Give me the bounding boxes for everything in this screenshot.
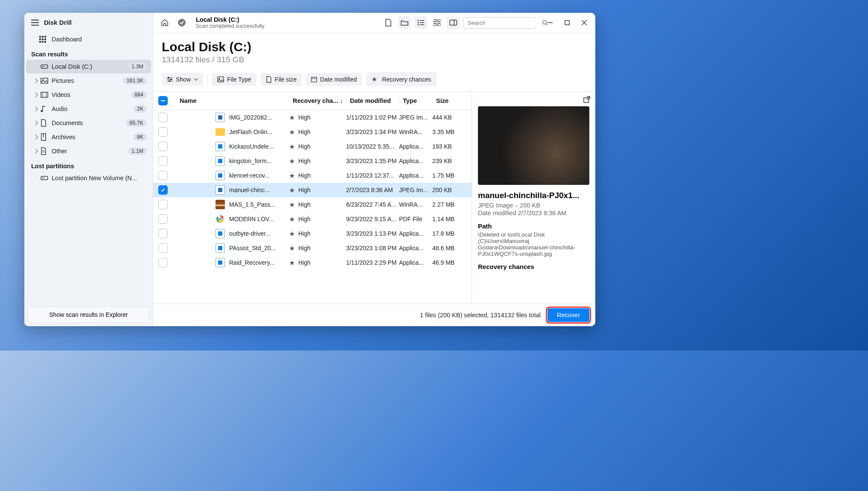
table-row[interactable]: Raid_Recovery... ★High 1/11/2023 2:29 PM… <box>153 255 472 270</box>
expand-icon[interactable] <box>34 78 38 83</box>
home-icon[interactable] <box>158 16 171 29</box>
file-name: Raid_Recovery... <box>229 259 274 266</box>
column-name[interactable]: Name <box>177 97 289 104</box>
sidebar-item-other[interactable]: Other 1.1M <box>26 144 151 158</box>
sidebar-item-documents[interactable]: Documents 65.7K <box>26 116 151 130</box>
datemod-filter[interactable]: Date modified <box>306 73 362 86</box>
panel-toggle-icon[interactable] <box>447 16 460 29</box>
type-value: JPEG Im... <box>399 187 432 193</box>
chevron-down-icon <box>194 78 198 81</box>
expand-icon[interactable] <box>34 106 38 111</box>
count-badge: 2K <box>134 105 147 113</box>
folder-view-icon[interactable] <box>398 16 411 29</box>
table-row[interactable]: manuel-chinc... ★High 2/7/2023 8:36 AM J… <box>153 183 472 197</box>
date-value: 3/23/2023 1:35 PM <box>346 158 399 164</box>
popout-icon[interactable] <box>583 96 590 103</box>
search-box[interactable] <box>463 17 536 29</box>
table-row[interactable]: MODERN LOV... ★High 9/23/2022 9:15 A... … <box>153 212 472 226</box>
sidebar-item-local-disk-c-[interactable]: Local Disk (C:) 1.3M <box>26 60 151 73</box>
type-value: Applica... <box>399 245 432 251</box>
recovery-filter[interactable]: ★ Recovery chances <box>366 72 436 86</box>
table-row[interactable]: PAssist_Std_20... ★High 3/23/2023 1:08 P… <box>153 241 472 255</box>
table-row[interactable]: JetFlash Onlin... ★High 3/23/2023 1:34 P… <box>153 125 472 139</box>
preview-panel: manuel-chinchilla-PJ0x1... JPEG Image – … <box>472 92 595 304</box>
show-in-explorer-button[interactable]: Show scan results in Explorer <box>28 307 149 323</box>
row-checkbox[interactable] <box>158 200 168 209</box>
table-row[interactable]: IMG_2022082... ★High 1/11/2023 1:02 PM J… <box>153 110 472 125</box>
filesize-filter[interactable]: File size <box>261 73 302 86</box>
show-filter[interactable]: Show <box>162 73 203 86</box>
row-checkbox[interactable] <box>158 243 168 253</box>
column-size[interactable]: Size <box>432 97 466 104</box>
folder-icon <box>216 128 225 136</box>
row-checkbox[interactable] <box>158 127 168 137</box>
row-checkbox[interactable] <box>158 142 168 151</box>
row-checkbox[interactable] <box>158 229 168 238</box>
count-badge: 1.1M <box>128 147 147 155</box>
svg-point-24 <box>418 20 419 21</box>
file-type-icon <box>216 258 225 267</box>
star-icon: ★ <box>289 157 295 165</box>
file-icon[interactable] <box>382 16 395 29</box>
dashboard-link[interactable]: Dashboard <box>26 32 151 47</box>
svg-rect-50 <box>312 77 317 82</box>
file-name: JetFlash Onlin... <box>229 129 272 135</box>
table-row[interactable]: klennet-recov... ★High 1/11/2023 12:37..… <box>153 168 472 183</box>
filetype-filter[interactable]: File Type <box>212 73 256 86</box>
select-all-checkbox[interactable] <box>158 96 168 105</box>
close-button[interactable] <box>578 17 590 29</box>
expand-icon[interactable] <box>34 92 38 97</box>
row-checkbox[interactable] <box>158 185 168 195</box>
file-type-icon <box>216 156 225 166</box>
column-date[interactable]: Date modified <box>346 97 399 104</box>
topbar-subtitle: Scan completed successfully <box>196 23 378 29</box>
row-checkbox[interactable] <box>158 156 168 166</box>
grid-view-icon[interactable] <box>431 16 443 29</box>
expand-icon[interactable] <box>34 149 38 153</box>
size-value: 444 KB <box>432 114 466 121</box>
column-type[interactable]: Type <box>399 97 432 104</box>
svg-rect-5 <box>44 38 46 40</box>
column-recovery[interactable]: Recovery cha... ↓ <box>289 97 346 104</box>
minimize-button[interactable] <box>544 17 556 29</box>
row-checkbox[interactable] <box>158 258 168 267</box>
svg-rect-32 <box>434 23 436 26</box>
file-type-icon <box>216 113 225 122</box>
table-row[interactable]: KickassUndele... ★High 10/13/2022 5:35..… <box>153 139 472 154</box>
lost-partition-item[interactable]: Lost partition New Volume (N... <box>26 172 151 184</box>
sidebar-item-videos[interactable]: Videos 684 <box>26 88 151 102</box>
list-view-icon[interactable] <box>414 16 427 29</box>
drive-icon <box>41 64 48 70</box>
search-input[interactable] <box>468 20 539 26</box>
svg-rect-0 <box>39 36 41 38</box>
row-checkbox[interactable] <box>158 214 168 224</box>
table-row[interactable]: outbyte-driver... ★High 3/23/2023 1:13 P… <box>153 226 472 241</box>
table-row[interactable]: kingston_form... ★High 3/23/2023 1:35 PM… <box>153 154 472 168</box>
svg-rect-2 <box>44 36 46 38</box>
menu-icon[interactable] <box>31 20 39 26</box>
row-checkbox[interactable] <box>158 171 168 180</box>
check-status-icon[interactable] <box>175 16 188 29</box>
date-value: 3/23/2023 1:34 PM <box>346 129 399 135</box>
svg-rect-48 <box>218 77 224 82</box>
recover-button[interactable]: Recover <box>548 308 589 322</box>
selection-status: 1 files (200 KB) selected, 1314132 files… <box>420 312 541 319</box>
expand-icon[interactable] <box>34 120 38 125</box>
file-icon <box>266 76 272 83</box>
maximize-button[interactable] <box>561 17 573 29</box>
sidebar-item-audio[interactable]: Audio 2K <box>26 102 151 116</box>
preview-thumbnail <box>478 106 589 185</box>
image-icon <box>41 78 48 84</box>
svg-point-43 <box>168 77 169 79</box>
expand-icon[interactable] <box>34 134 38 139</box>
table-row[interactable]: MAS_1.5_Pass... ★High 6/23/2022 7:45 A..… <box>153 197 472 212</box>
star-icon: ★ <box>289 230 295 238</box>
row-checkbox[interactable] <box>158 113 168 122</box>
star-icon: ★ <box>289 215 295 223</box>
svg-rect-4 <box>42 38 44 40</box>
file-name: KickassUndele... <box>229 143 274 150</box>
sidebar-item-pictures[interactable]: Pictures 161.3K <box>26 74 151 88</box>
date-value: 10/13/2022 5:35... <box>346 143 399 150</box>
svg-point-28 <box>418 24 419 26</box>
sidebar-item-archives[interactable]: Archives 8K <box>26 130 151 144</box>
